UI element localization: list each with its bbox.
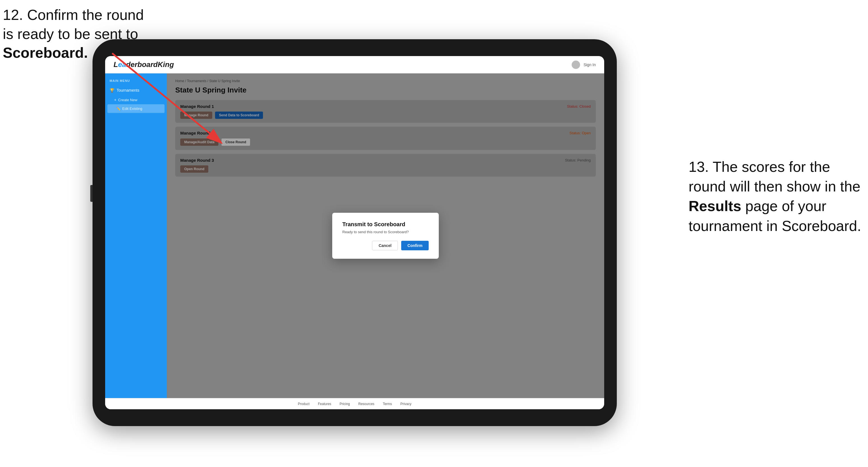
- user-icon: [572, 61, 580, 69]
- modal-overlay: Transmit to Scoreboard Ready to send thi…: [167, 73, 604, 398]
- edit-existing-label: Edit Existing: [122, 106, 143, 111]
- footer-privacy[interactable]: Privacy: [400, 402, 411, 406]
- sidebar-tournaments-label: Tournaments: [117, 88, 140, 93]
- step-13-text: 13. The scores for the round will then s…: [688, 159, 861, 234]
- edit-icon: ✏️: [116, 107, 121, 111]
- transmit-modal: Transmit to Scoreboard Ready to send thi…: [332, 213, 439, 259]
- sidebar-edit-existing[interactable]: ✏️ Edit Existing: [107, 104, 164, 113]
- main-area: MAIN MENU 🏆 Tournaments + Create New ✏️ …: [105, 73, 604, 398]
- nav-right: Sign In: [572, 61, 596, 69]
- top-nav: LeaderboardKing Sign In: [105, 56, 604, 73]
- content-area: Home / Tournaments / State U Spring Invi…: [167, 73, 604, 398]
- footer-resources[interactable]: Resources: [358, 402, 374, 406]
- modal-title: Transmit to Scoreboard: [342, 221, 429, 228]
- sidebar-item-tournaments[interactable]: 🏆 Tournaments: [105, 85, 167, 95]
- footer-terms[interactable]: Terms: [383, 402, 392, 406]
- tablet-frame: LeaderboardKing Sign In MAIN MENU 🏆 Tour…: [93, 39, 617, 426]
- step-12-text: 12. Confirm the round is ready to be sen…: [3, 6, 144, 43]
- plus-icon: +: [114, 98, 116, 102]
- footer-product[interactable]: Product: [298, 402, 310, 406]
- sign-in-link[interactable]: Sign In: [583, 63, 596, 67]
- modal-actions: Cancel Confirm: [342, 241, 429, 250]
- sidebar-create-new[interactable]: + Create New: [105, 95, 167, 104]
- cancel-button[interactable]: Cancel: [372, 241, 398, 250]
- footer-pricing[interactable]: Pricing: [340, 402, 350, 406]
- footer-features[interactable]: Features: [318, 402, 331, 406]
- sidebar-menu-label: MAIN MENU: [105, 79, 167, 85]
- tablet-screen: LeaderboardKing Sign In MAIN MENU 🏆 Tour…: [105, 56, 604, 409]
- modal-subtitle: Ready to send this round to Scoreboard?: [342, 230, 429, 234]
- trophy-icon: 🏆: [110, 88, 114, 93]
- step-13-bold: Results: [688, 198, 741, 214]
- tablet-side-button: [90, 185, 93, 202]
- step-12-bold: Scoreboard.: [3, 44, 88, 61]
- step-12-annotation: 12. Confirm the round is ready to be sen…: [3, 6, 144, 63]
- sidebar: MAIN MENU 🏆 Tournaments + Create New ✏️ …: [105, 73, 167, 398]
- footer: Product Features Pricing Resources Terms…: [105, 398, 604, 409]
- step-13-annotation: 13. The scores for the round will then s…: [688, 157, 862, 236]
- confirm-button[interactable]: Confirm: [401, 241, 429, 250]
- create-new-label: Create New: [118, 98, 137, 102]
